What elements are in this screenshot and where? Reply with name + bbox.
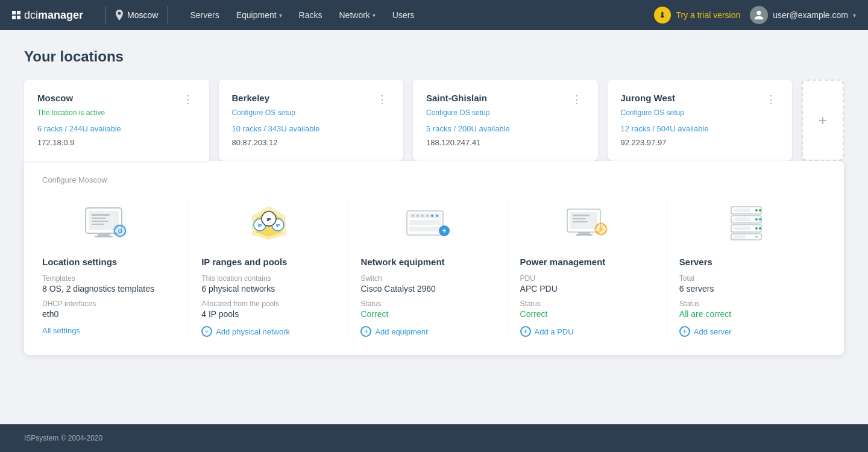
svg-point-52 [759, 227, 761, 230]
location-ip-4: 92.223.97.97 [621, 138, 779, 147]
location-ip-3: 188.120.247.41 [426, 138, 585, 147]
location-menu-button[interactable]: ⋮ [180, 93, 196, 106]
location-card-header: Moscow ⋮ [37, 93, 196, 106]
logo-icon [12, 11, 20, 19]
section-title-network: Network equipment [360, 257, 495, 267]
location-ip-2: 80.87.203.12 [232, 138, 391, 147]
trial-button[interactable]: ⬇ Try a trial version [654, 7, 740, 24]
section-meta-pdu: PDU [520, 274, 655, 283]
svg-rect-46 [734, 218, 750, 221]
section-ip-ranges: IP IP IP IP ranges and pools This locati… [189, 199, 348, 337]
user-menu[interactable]: user@example.com ▾ [750, 6, 856, 24]
section-title-ip: IP ranges and pools [201, 257, 336, 267]
chevron-down-icon-2: ▾ [373, 12, 376, 19]
footer-text: ISPsystem © 2004-2020 [24, 434, 102, 442]
svg-rect-4 [92, 221, 108, 222]
svg-point-47 [755, 218, 758, 221]
svg-rect-2 [92, 214, 110, 216]
add-circle-icon-3: + [520, 326, 531, 337]
svg-text:IP: IP [266, 217, 271, 222]
logo[interactable]: dcimanager [12, 9, 83, 22]
location-name-4: Jurong West [621, 93, 676, 103]
nav-item-equipment[interactable]: Equipment ▾ [229, 7, 289, 24]
power-management-illustration: ⚡ [520, 199, 655, 247]
svg-point-44 [759, 209, 761, 212]
svg-rect-7 [95, 236, 113, 237]
location-ip: 172.18.0.9 [37, 138, 196, 147]
section-meta-status-network: Status [360, 300, 495, 308]
svg-rect-42 [734, 209, 750, 212]
config-sections: ⚙ Location settings Templates 8 OS, 2 di… [42, 199, 826, 337]
svg-point-51 [755, 227, 758, 230]
add-physical-network-link[interactable]: + Add physical network [201, 326, 336, 337]
location-menu-button-3[interactable]: ⋮ [569, 93, 585, 106]
svg-point-26 [426, 215, 429, 217]
section-network-equipment: + Network equipment Switch Cisco Catalys… [348, 199, 508, 337]
add-pdu-link[interactable]: + Add a PDU [520, 326, 655, 337]
all-settings-link[interactable]: All settings [42, 326, 177, 335]
section-servers: Servers Total 6 servers Status All are c… [667, 199, 826, 337]
location-status-4: Configure OS setup [621, 108, 779, 117]
svg-rect-50 [734, 227, 750, 230]
svg-rect-37 [576, 234, 593, 236]
location-menu-button-2[interactable]: ⋮ [374, 93, 390, 106]
location-card-jurong-west[interactable]: Jurong West ⋮ Configure OS setup 12 rack… [608, 80, 793, 161]
location-racks-2: 10 racks / 343U available [232, 124, 391, 133]
location-selector[interactable]: Moscow [115, 10, 158, 20]
svg-point-28 [436, 215, 438, 217]
location-name-2: Berkeley [232, 93, 270, 103]
section-value-dhcp: eth0 [42, 309, 177, 319]
section-value-status-servers: All are correct [679, 309, 814, 319]
nav-item-servers[interactable]: Servers [183, 7, 226, 24]
configure-panel: Configure Moscow [24, 161, 844, 355]
section-location-settings: ⚙ Location settings Templates 8 OS, 2 di… [42, 199, 189, 337]
section-meta-templates: Templates [42, 274, 177, 283]
header: dcimanager Moscow Servers Equipment ▾ Ra… [0, 0, 868, 30]
nav-item-racks[interactable]: Racks [292, 7, 330, 24]
nav-item-users[interactable]: Users [385, 7, 422, 24]
location-racks-3: 5 racks / 200U available [426, 124, 585, 133]
header-divider [105, 6, 105, 24]
section-meta-dhcp: DHCP interfaces [42, 300, 177, 308]
footer: ISPsystem © 2004-2020 [0, 424, 868, 452]
svg-point-55 [755, 236, 758, 238]
section-value-networks: 6 physical networks [201, 284, 336, 293]
svg-rect-6 [98, 233, 110, 236]
add-circle-icon-2: + [360, 326, 371, 337]
location-card-moscow[interactable]: Moscow ⋮ The location is active 6 racks … [24, 80, 209, 161]
svg-rect-22 [409, 227, 441, 231]
svg-point-25 [421, 215, 424, 217]
section-meta-switch: Switch [360, 274, 495, 283]
location-settings-illustration: ⚙ [42, 199, 177, 247]
main-content: Your locations Moscow ⋮ The location is … [0, 30, 868, 373]
plus-icon: + [819, 112, 827, 129]
nav-item-network[interactable]: Network ▾ [332, 7, 383, 24]
download-icon: ⬇ [654, 7, 671, 24]
page-title: Your locations [24, 48, 844, 65]
location-card-header-4: Jurong West ⋮ [621, 93, 779, 106]
svg-point-27 [431, 215, 433, 217]
svg-rect-35 [573, 221, 588, 222]
svg-rect-34 [573, 218, 586, 219]
logo-text: dcimanager [24, 9, 83, 22]
location-card-saint-ghislain[interactable]: Saint-Ghislain ⋮ Configure OS setup 5 ra… [413, 80, 598, 161]
add-equipment-link[interactable]: + Add equipment [360, 326, 495, 337]
section-value-pdu: APC PDU [520, 284, 655, 293]
section-value-switch: Cisco Catalyst 2960 [360, 284, 495, 293]
location-menu-button-4[interactable]: ⋮ [763, 93, 779, 106]
svg-point-24 [417, 215, 419, 217]
svg-rect-36 [578, 232, 590, 234]
location-card-header-2: Berkeley ⋮ [232, 93, 391, 106]
svg-rect-21 [409, 220, 441, 225]
section-meta-status-servers: Status [679, 300, 814, 308]
section-value-status-network: Correct [360, 309, 495, 319]
svg-point-23 [412, 215, 414, 217]
svg-point-48 [759, 218, 761, 221]
add-server-link[interactable]: + Add server [679, 326, 814, 337]
add-location-button[interactable]: + [802, 80, 844, 161]
add-circle-icon-4: + [679, 326, 690, 337]
svg-text:+: + [442, 227, 446, 235]
location-pin-icon [115, 10, 124, 20]
section-meta-networks: This location contains [201, 274, 336, 283]
location-card-berkeley[interactable]: Berkeley ⋮ Configure OS setup 10 racks /… [219, 80, 404, 161]
